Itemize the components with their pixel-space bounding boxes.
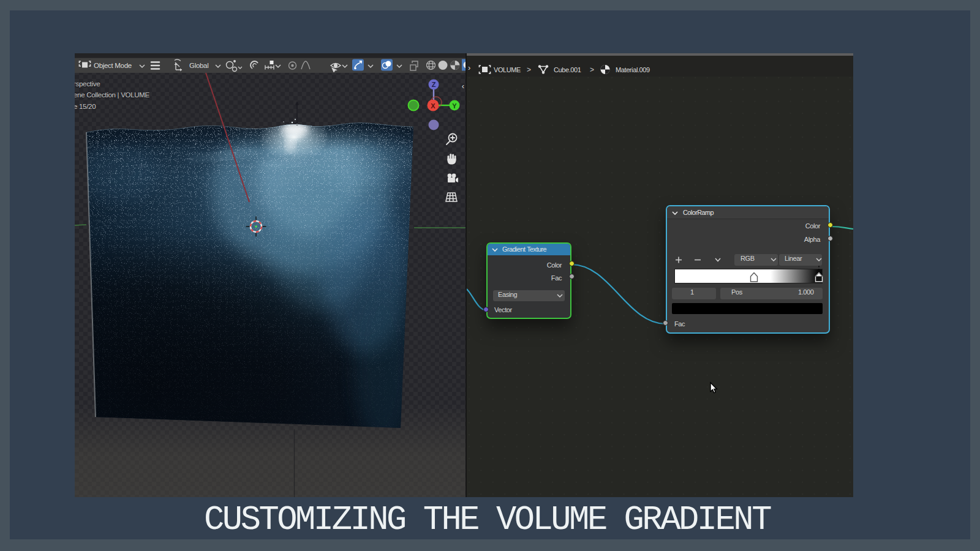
svg-text:‹: ‹ — [462, 81, 464, 91]
svg-text:Z: Z — [432, 81, 436, 88]
svg-text:Y: Y — [452, 102, 457, 110]
svg-text:X: X — [431, 102, 435, 110]
